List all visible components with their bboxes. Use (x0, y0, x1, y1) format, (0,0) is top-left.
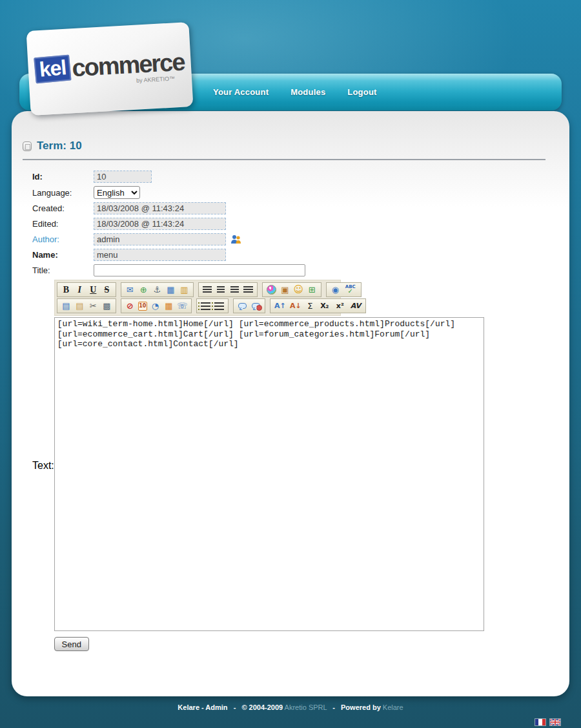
edited-field (94, 218, 226, 230)
format-group: B I U S (57, 282, 116, 297)
form-row-title: Title: (32, 264, 569, 276)
nav-modules[interactable]: Modules (290, 87, 325, 97)
page-heading: Term: 10 (23, 140, 569, 152)
typography-group: A↑ A↓ Σ X₂ x² AV (270, 298, 366, 313)
kerning-icon[interactable]: AV (349, 300, 362, 311)
clock-icon[interactable]: ◔ (150, 300, 161, 311)
sitemap-icon[interactable]: ⊞ (307, 284, 318, 295)
page-title: Term: 10 (37, 140, 82, 152)
preview-eye-icon[interactable]: ◉ (330, 284, 341, 295)
term-icon (23, 141, 32, 151)
align-group (198, 282, 258, 297)
term-form: Id: Language: English Created: Edited: A… (32, 171, 569, 651)
heading-divider (23, 159, 545, 160)
logo-kel: kel (34, 54, 72, 83)
smiley-icon[interactable]: ☺ (293, 284, 304, 295)
color-wheel-icon[interactable] (266, 284, 277, 295)
footer: Kelare - Admin - © 2004-2009 Akretio SPR… (0, 703, 581, 711)
footer-powered-by: Powered by (341, 703, 381, 711)
anchor-icon[interactable]: ⚓ (152, 284, 163, 295)
spellcheck-check-mark: ✓ (348, 288, 353, 295)
users-icon[interactable] (230, 234, 241, 244)
language-label: Language: (32, 188, 94, 198)
created-label: Created: (32, 203, 94, 213)
name-field (94, 249, 226, 261)
logo-byline: by AKRETIO™ (136, 75, 175, 83)
comments-icon[interactable] (237, 300, 248, 311)
font-size-down-icon[interactable]: A↓ (289, 300, 302, 311)
email-icon[interactable]: ✉ (125, 284, 136, 295)
author-field (94, 233, 226, 245)
form-row-created: Created: (32, 202, 569, 214)
underline-icon[interactable]: U (88, 284, 99, 295)
strikethrough-icon[interactable]: S (101, 284, 112, 295)
send-button[interactable]: Send (54, 637, 89, 651)
align-center-icon[interactable] (216, 284, 227, 295)
nav-logout[interactable]: Logout (347, 87, 376, 97)
comment-remove-icon[interactable] (250, 300, 261, 311)
language-flags (535, 718, 561, 726)
browse-image-icon[interactable]: ▥ (179, 284, 190, 295)
date-icon[interactable]: 10 (138, 302, 147, 311)
italic-icon[interactable]: I (74, 284, 85, 295)
footer-separator-2: - (332, 703, 335, 711)
copy-icon[interactable]: ▤ (61, 300, 72, 311)
list-group (196, 298, 229, 313)
language-select[interactable]: English (94, 186, 140, 199)
footer-separator: - (234, 703, 236, 711)
toolbar-row-2: ▤ ▤ ✂ ▩ ⊘ 10 ◔ ▦ ☏ (57, 298, 338, 313)
title-input[interactable] (94, 264, 305, 276)
text-body-textarea[interactable]: [url=wiki_term-home.html]Home[/url] [url… (54, 317, 484, 631)
spellcheck-icon[interactable]: ABC✓ (343, 284, 358, 295)
calendar-icon[interactable]: ▦ (163, 300, 174, 311)
review-group: ◉ ABC✓ (326, 282, 362, 297)
cut-icon[interactable]: ✂ (88, 300, 99, 311)
ordered-list-icon[interactable] (200, 300, 211, 311)
nav-your-account[interactable]: Your Account (213, 87, 269, 97)
picture-icon[interactable]: ▣ (280, 284, 290, 295)
select-icon[interactable]: ▩ (101, 300, 112, 311)
form-row-text: Text: B I U S ✉ ⊕ ⚓ (32, 280, 569, 651)
align-justify-icon[interactable] (243, 284, 254, 295)
sum-icon[interactable]: Σ (305, 300, 316, 311)
subscript-icon[interactable]: X₂ (318, 300, 331, 311)
form-row-id: Id: (32, 171, 569, 183)
clipboard-group: ▤ ▤ ✂ ▩ (57, 298, 116, 313)
id-label: Id: (32, 172, 94, 182)
form-row-name: Name: (32, 249, 569, 261)
created-field (94, 202, 226, 214)
comment-group (233, 298, 265, 313)
bold-icon[interactable]: B (61, 284, 72, 295)
link-icon[interactable]: ⊕ (138, 284, 149, 295)
font-size-up-icon[interactable]: A↑ (274, 300, 287, 311)
flag-fr-icon[interactable] (535, 718, 546, 726)
edited-label: Edited: (32, 219, 94, 229)
name-label: Name: (32, 250, 94, 260)
title-label: Title: (32, 265, 94, 275)
ordered-list-alt-icon[interactable] (214, 300, 225, 311)
form-row-edited: Edited: (32, 218, 569, 230)
toolbar-row-1: B I U S ✉ ⊕ ⚓ ▦ ▥ (57, 282, 338, 297)
id-field (94, 171, 152, 183)
footer-kelare-link[interactable]: Kelare (383, 703, 403, 711)
flag-uk-icon[interactable] (549, 718, 561, 726)
align-left-icon[interactable] (202, 284, 213, 295)
media-group: ▣ ☺ ⊞ (262, 282, 321, 297)
image-icon[interactable]: ▦ (165, 284, 176, 295)
superscript-icon[interactable]: x² (334, 300, 347, 311)
editor-toolbar: B I U S ✉ ⊕ ⚓ ▦ ▥ (54, 280, 341, 316)
form-row-author: Author: (32, 233, 569, 245)
paste-icon[interactable]: ▤ (74, 300, 85, 311)
logo-card: kelcommerce by AKRETIO™ (26, 22, 194, 116)
footer-copyright: © 2004-2009 (241, 703, 283, 711)
remove-icon[interactable]: ⊘ (125, 300, 136, 311)
footer-app-name: Kelare - Admin (178, 703, 227, 711)
text-editor: B I U S ✉ ⊕ ⚓ ▦ ▥ (54, 280, 484, 651)
footer-akretio-link[interactable]: Akretio SPRL (285, 703, 327, 711)
content-card: Term: 10 Id: Language: English Created: … (12, 111, 569, 696)
align-right-icon[interactable] (229, 284, 240, 295)
author-link-label[interactable]: Author: (32, 234, 94, 244)
insert-group: ✉ ⊕ ⚓ ▦ ▥ (121, 282, 194, 297)
object-group: ⊘ 10 ◔ ▦ ☏ (121, 298, 192, 313)
fax-icon[interactable]: ☏ (177, 300, 188, 311)
